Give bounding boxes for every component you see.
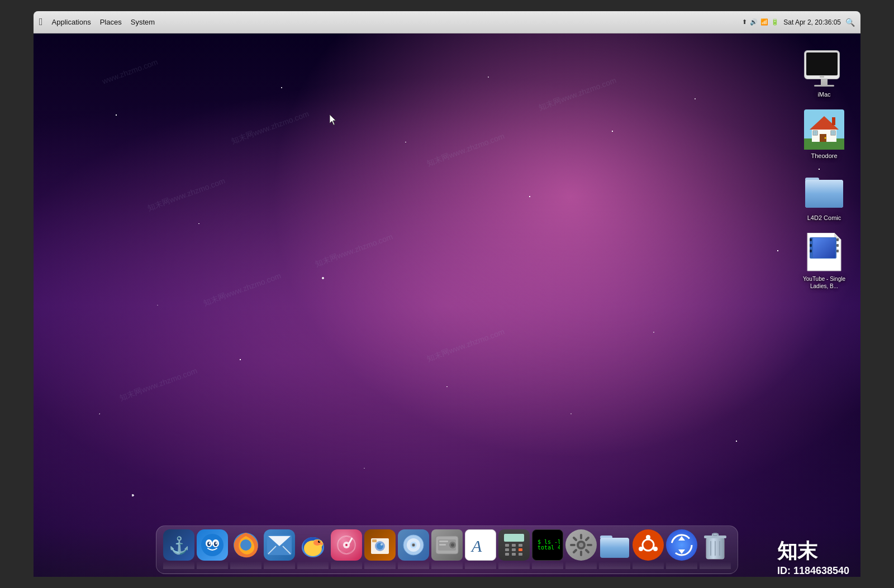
svg-point-32 (209, 542, 211, 544)
imac-icon-image (804, 48, 844, 88)
dock-item-adium[interactable] (297, 529, 329, 569)
video-icon-svg (805, 233, 843, 273)
svg-point-97 (646, 535, 650, 539)
dock-app-font: A (465, 529, 496, 561)
svg-rect-72 (505, 544, 509, 547)
menu-places[interactable]: Places (100, 18, 122, 26)
dock-reflection-font (465, 561, 496, 569)
dock-reflection-firefox (230, 561, 261, 569)
svg-rect-77 (519, 548, 522, 551)
wifi-icon: 📶 (760, 18, 768, 26)
apple-menu[interactable]:  (39, 16, 43, 28)
menu-applications[interactable]: Applications (52, 18, 91, 26)
svg-rect-94 (600, 538, 629, 558)
svg-point-36 (240, 539, 251, 551)
svg-rect-21 (810, 244, 812, 247)
dock-app-photo (364, 529, 396, 561)
svg-point-47 (319, 541, 320, 542)
svg-point-63 (413, 544, 415, 546)
dock-item-terminal[interactable]: $ ls -la total 48 (532, 529, 563, 569)
dock-item-mail[interactable] (264, 529, 295, 569)
svg-rect-25 (836, 250, 839, 252)
dock-item-disk[interactable] (431, 529, 463, 569)
bottom-watermark: 知末 ID: 1184638540 (777, 538, 849, 577)
svg-point-27 (201, 534, 224, 556)
dock-reflection-adium (297, 561, 329, 569)
svg-rect-79 (512, 553, 516, 556)
dock-item-folder[interactable] (599, 529, 630, 569)
svg-line-92 (574, 550, 576, 552)
dock-reflection-trash (700, 561, 731, 569)
dock-item-itunes[interactable] (331, 529, 362, 569)
menu-system[interactable]: System (131, 18, 155, 26)
dock-item-ubuntu[interactable] (633, 529, 664, 569)
youtube-icon-label: YouTube - Single Ladies, B... (802, 275, 846, 290)
status-icons: ⬆ 🔊 📶 🔋 (742, 18, 779, 26)
bluetooth-icon: ⬆ (742, 18, 747, 26)
clock: Sat Apr 2, 20:36:05 (783, 18, 841, 26)
stars (34, 34, 860, 577)
svg-rect-75 (505, 548, 509, 551)
svg-marker-102 (678, 549, 685, 554)
svg-point-51 (345, 544, 348, 546)
dock-item-calculator[interactable] (498, 529, 530, 569)
svg-rect-13 (832, 117, 835, 125)
svg-point-6 (825, 137, 826, 139)
dock-reflection-sysprefs (565, 561, 597, 569)
svg-point-84 (579, 543, 583, 547)
svg-marker-101 (678, 536, 685, 541)
dock-item-sysprefs[interactable] (565, 529, 597, 569)
svg-rect-80 (519, 553, 522, 556)
dock-item-anchor[interactable]: ⚓ (163, 529, 194, 569)
svg-point-67 (451, 543, 454, 547)
svg-line-91 (586, 538, 588, 540)
l4d2-icon-label: L4D2 Comic (807, 214, 841, 222)
house-icon-svg (804, 109, 844, 150)
svg-text:total 48: total 48 (538, 544, 560, 551)
theodore-icon-label: Theodore (811, 152, 837, 160)
spotlight-icon[interactable]: 🔍 (845, 18, 855, 27)
svg-rect-69 (439, 544, 446, 546)
svg-rect-78 (505, 553, 509, 556)
svg-text:A: A (470, 537, 482, 555)
desktop-icon-l4d2[interactable]: L4D2 Comic (799, 168, 849, 225)
dock-app-adium (297, 529, 329, 561)
l4d2-icon-image (804, 171, 844, 212)
dock-reflection-itunes (331, 561, 362, 569)
dock-item-updates[interactable] (666, 529, 697, 569)
desktop-icon-imac[interactable]: iMac (799, 45, 849, 102)
desktop-icon-theodore[interactable]: Theodore (799, 106, 849, 163)
dock-app-dvd (398, 529, 429, 561)
dock-item-trash[interactable] (700, 529, 731, 569)
imac-icon-graphic (804, 50, 844, 87)
dock-item-photo[interactable] (364, 529, 396, 569)
svg-line-89 (574, 538, 576, 540)
watermark-id: ID: 1184638540 (777, 565, 849, 577)
dock-item-firefox[interactable] (230, 529, 261, 569)
dock-item-font[interactable]: A (465, 529, 496, 569)
dock-app-calculator (498, 529, 530, 561)
dock-reflection-folder (599, 561, 630, 569)
imac-icon-label: iMac (817, 90, 830, 98)
dock-app-finder (197, 529, 228, 561)
svg-rect-76 (512, 548, 516, 551)
folder-icon-svg (804, 173, 844, 209)
dock-reflection-mail (264, 561, 295, 569)
svg-point-99 (653, 547, 658, 551)
menubar:  Applications Places System ⬆ 🔊 📶 🔋 Sat… (34, 11, 860, 34)
desktop-icon-youtube[interactable]: YouTube - Single Ladies, B... (799, 230, 849, 293)
dock-app-folder (599, 529, 630, 561)
svg-rect-68 (439, 541, 448, 542)
svg-rect-16 (805, 180, 843, 208)
dock-item-finder[interactable] (197, 529, 228, 569)
menubar-left:  Applications Places System (39, 16, 742, 28)
dock-reflection-ubuntu (633, 561, 664, 569)
dock: ⚓ (34, 527, 860, 577)
svg-point-98 (639, 547, 643, 551)
dock-app-sysprefs (565, 529, 597, 561)
dock-item-dvd[interactable] (398, 529, 429, 569)
dock-app-terminal: $ ls -la total 48 (532, 529, 563, 561)
desktop-icons: iMac (799, 45, 849, 293)
svg-rect-20 (810, 238, 812, 241)
svg-line-90 (586, 550, 588, 552)
